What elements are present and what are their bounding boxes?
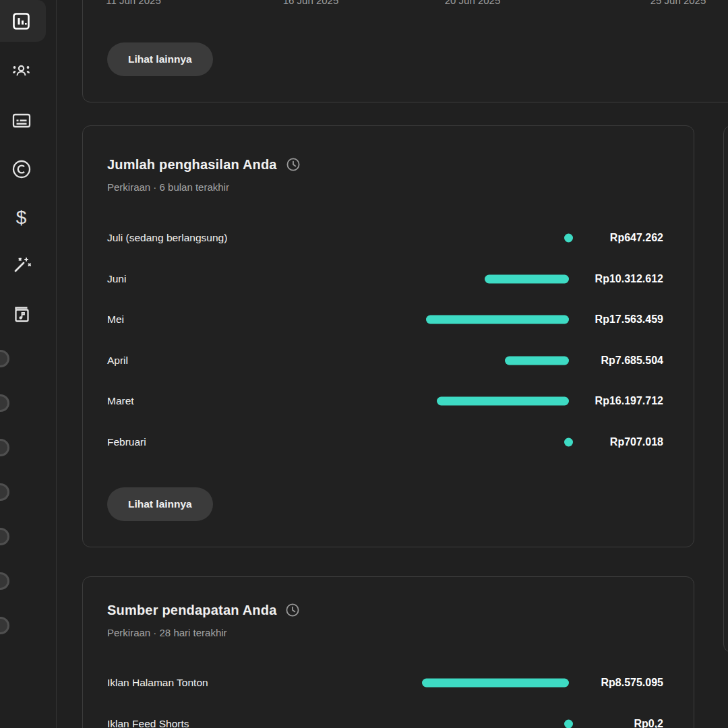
metric-value: Rp0,2 [569, 718, 663, 728]
metric-label: Februari [107, 436, 414, 448]
value-bar [426, 315, 569, 324]
metric-label: Mei [107, 313, 414, 326]
channel-avatar[interactable] [0, 617, 9, 634]
metric-label: Iklan Feed Shorts [107, 718, 414, 728]
bar-zone [414, 311, 569, 328]
bar-zone [414, 675, 569, 691]
bar-zone [414, 716, 569, 728]
value-bar [437, 397, 569, 406]
metric-row: April Rp7.685.504 [107, 353, 663, 369]
metric-value: Rp647.262 [569, 232, 663, 244]
sources-rows: Iklan Halaman Tonton Rp8.575.095 Iklan F… [107, 675, 663, 728]
adjacent-card-fragment [723, 125, 728, 653]
sidebar-item-analytics[interactable] [10, 10, 32, 32]
people-icon [10, 59, 32, 82]
see-more-button[interactable]: Lihat lainnya [107, 487, 213, 521]
metric-label: Maret [107, 395, 414, 407]
magic-wand-icon [10, 254, 32, 276]
metric-label: Iklan Halaman Tonton [107, 677, 414, 689]
metric-row: Juli (sedang berlangsung) Rp647.262 [107, 230, 663, 246]
sidebar-item-audience[interactable] [10, 59, 32, 82]
bar-zone [414, 434, 569, 450]
card-title: Jumlah penghasilan Anda [107, 156, 277, 173]
earnings-card: Jumlah penghasilan Anda Perkiraan · 6 bu… [82, 125, 694, 547]
metric-value: Rp7.685.504 [569, 355, 663, 367]
metric-row: Mei Rp17.563.459 [107, 311, 663, 328]
card-title: Sumber pendapatan Anda [107, 601, 276, 619]
bar-zone [414, 353, 569, 369]
sidebar-item-audio-library[interactable] [10, 303, 32, 325]
metric-row: Februari Rp707.018 [107, 434, 663, 450]
bar-zone [414, 230, 569, 246]
metric-value: Rp16.197.712 [569, 395, 663, 407]
earnings-rows: Juli (sedang berlangsung) Rp647.262 Juni… [107, 230, 663, 475]
copyright-icon [11, 158, 32, 180]
sidebar-item-copyright[interactable] [10, 158, 32, 180]
sidebar: $ [0, 0, 56, 728]
top-chart-card: 11 Jun 2025 16 Jun 2025 20 Jun 2025 25 J… [82, 0, 728, 102]
clock-icon [286, 157, 301, 172]
metric-value: Rp707.018 [569, 436, 663, 448]
subtitles-icon [11, 110, 32, 131]
channel-avatar[interactable] [0, 483, 9, 501]
metric-row: Juni Rp10.312.612 [107, 271, 663, 287]
sidebar-divider [56, 0, 57, 728]
clock-icon [285, 603, 300, 617]
x-axis-tick: 20 Jun 2025 [445, 0, 501, 6]
x-axis-tick: 25 Jun 2025 [650, 0, 706, 6]
metric-row: Maret Rp16.197.712 [107, 393, 663, 409]
value-bar [505, 356, 569, 365]
sidebar-item-subtitles[interactable] [10, 109, 32, 131]
value-bar [422, 679, 569, 688]
metric-label: April [107, 355, 414, 367]
metric-value: Rp17.563.459 [569, 313, 663, 326]
see-more-button[interactable]: Lihat lainnya [107, 42, 213, 76]
card-subtitle: Perkiraan · 28 hari terakhir [107, 627, 227, 639]
x-axis-tick: 16 Jun 2025 [283, 0, 339, 6]
metric-label: Juli (sedang berlangsung) [107, 232, 414, 244]
music-library-icon [11, 303, 32, 325]
channel-avatar[interactable] [0, 528, 9, 545]
revenue-sources-card: Sumber pendapatan Anda Perkiraan · 28 ha… [82, 576, 694, 728]
x-axis-tick: 11 Jun 2025 [106, 0, 160, 6]
metric-label: Juni [107, 273, 414, 285]
value-dot [564, 437, 573, 446]
channel-avatar[interactable] [0, 394, 9, 412]
bar-zone [414, 393, 569, 409]
metric-row: Iklan Halaman Tonton Rp8.575.095 [107, 675, 663, 691]
value-dot [564, 719, 573, 728]
dollar-icon: $ [16, 208, 27, 227]
metric-row: Iklan Feed Shorts Rp0,2 [107, 716, 663, 728]
sidebar-item-customization[interactable] [10, 254, 32, 276]
bar-zone [414, 271, 569, 287]
card-subtitle: Perkiraan · 6 bulan terakhir [107, 181, 229, 193]
value-dot [564, 234, 573, 243]
channel-avatar[interactable] [0, 572, 9, 590]
bar-chart-icon [11, 11, 32, 32]
channel-avatar[interactable] [0, 439, 9, 456]
channel-avatar[interactable] [0, 350, 9, 367]
metric-value: Rp10.312.612 [569, 273, 663, 285]
value-bar [485, 274, 569, 283]
sidebar-item-earn[interactable]: $ [10, 206, 32, 229]
metric-value: Rp8.575.095 [569, 677, 663, 689]
